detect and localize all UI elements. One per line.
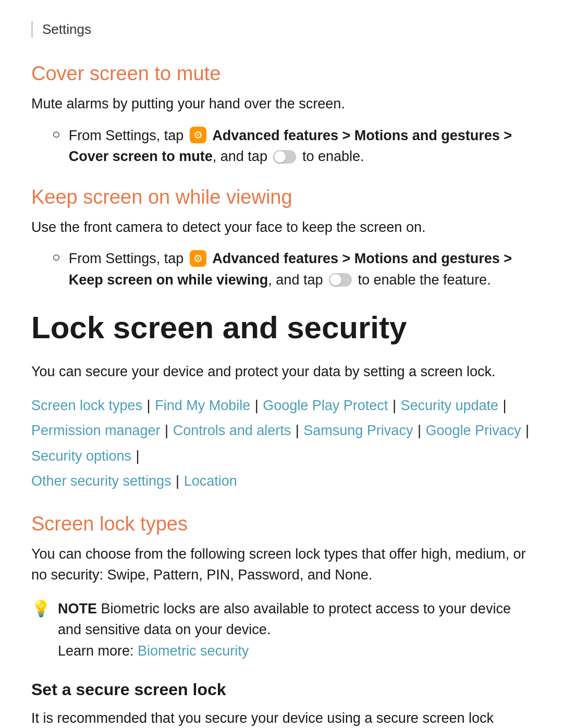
bullet-circle-1: ○ <box>52 126 60 142</box>
screen-lock-types-title: Screen lock types <box>31 513 532 535</box>
toggle-icon-1 <box>273 150 296 164</box>
cover-suffix-1: , and tap <box>213 149 272 164</box>
link-google-play-protect[interactable]: Google Play Protect <box>263 398 388 413</box>
sep-4: | <box>499 398 507 413</box>
cover-suffix2-1: to enable. <box>298 149 364 164</box>
settings-icon-2 <box>190 250 206 267</box>
note-text: Biometric locks are also available to pr… <box>58 601 511 638</box>
learn-more-prefix: Learn more: <box>58 643 134 659</box>
screen-lock-types-section: Screen lock types You can choose from th… <box>31 513 532 662</box>
keep-screen-instruction: From Settings, tap Advanced features > M… <box>69 248 532 290</box>
keep-suffix2-1: to enable the feature. <box>354 272 491 288</box>
screen-lock-types-body: You can choose from the following screen… <box>31 544 532 586</box>
set-secure-lock-body: It is recommended that you secure your d… <box>31 708 532 728</box>
sep-6: | <box>291 423 303 438</box>
set-secure-lock-section: Set a secure screen lock It is recommend… <box>31 680 532 728</box>
cover-prefix-1: From Settings, tap <box>69 128 184 143</box>
keep-screen-title: Keep screen on while viewing <box>31 186 532 208</box>
page-title: Settings <box>42 21 91 37</box>
lock-section-intro: You can secure your device and protect y… <box>31 361 532 382</box>
link-controls-alerts[interactable]: Controls and alerts <box>173 423 291 438</box>
cover-screen-instruction: From Settings, tap Advanced features > M… <box>69 125 532 167</box>
links-container: Screen lock types | Find My Mobile | Goo… <box>31 393 532 494</box>
keep-suffix-1: , and tap <box>268 272 327 288</box>
page-container: Settings Cover screen to mute Mute alarm… <box>0 0 563 728</box>
bullet-circle-2: ○ <box>52 249 60 265</box>
cover-screen-body: Mute alarms by putting your hand over th… <box>31 93 532 115</box>
set-secure-lock-title: Set a secure screen lock <box>31 680 532 699</box>
sep-10: | <box>172 473 183 489</box>
keep-prefix-1: From Settings, tap <box>69 251 184 266</box>
settings-icon-1 <box>190 127 206 143</box>
link-find-my-mobile[interactable]: Find My Mobile <box>155 398 250 413</box>
link-permission-manager[interactable]: Permission manager <box>31 423 161 438</box>
sep-8: | <box>522 423 530 438</box>
note-label: NOTE <box>58 601 97 616</box>
cover-screen-section: Cover screen to mute Mute alarms by putt… <box>31 63 532 167</box>
sep-9: | <box>132 448 140 464</box>
keep-screen-bullet: ○ From Settings, tap Advanced features >… <box>52 248 532 290</box>
toggle-icon-2 <box>329 273 352 287</box>
cover-screen-title: Cover screen to mute <box>31 63 532 85</box>
keep-screen-section: Keep screen on while viewing Use the fro… <box>31 186 532 291</box>
sep-3: | <box>388 398 400 413</box>
link-other-security[interactable]: Other security settings <box>31 473 172 489</box>
link-screen-lock-types[interactable]: Screen lock types <box>31 398 142 413</box>
sep-2: | <box>251 398 262 413</box>
note-content: NOTE Biometric locks are also available … <box>58 598 532 662</box>
keep-screen-body: Use the front camera to detect your face… <box>31 217 532 238</box>
cover-screen-bullet: ○ From Settings, tap Advanced features >… <box>52 125 532 167</box>
sep-1: | <box>143 398 154 413</box>
link-location[interactable]: Location <box>184 473 237 489</box>
page-header: Settings <box>31 21 532 38</box>
link-google-privacy[interactable]: Google Privacy <box>425 423 521 438</box>
note-bulb-icon: 💡 <box>31 599 51 618</box>
link-samsung-privacy[interactable]: Samsung Privacy <box>303 423 413 438</box>
lock-section: Lock screen and security You can secure … <box>31 309 532 728</box>
link-security-options[interactable]: Security options <box>31 448 131 464</box>
link-biometric-security[interactable]: Biometric security <box>138 643 249 659</box>
note-box: 💡 NOTE Biometric locks are also availabl… <box>31 598 532 662</box>
sep-5: | <box>161 423 173 438</box>
lock-section-title: Lock screen and security <box>31 309 532 347</box>
link-security-update[interactable]: Security update <box>400 398 498 413</box>
sep-7: | <box>413 423 425 438</box>
